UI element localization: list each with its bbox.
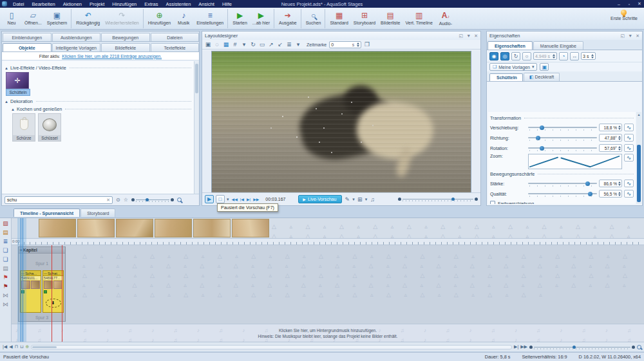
undo-button[interactable]: ↶ Rückgängig <box>71 9 102 28</box>
gap-icon[interactable]: ⋈ <box>3 301 8 308</box>
menu-item[interactable]: Extras <box>141 1 161 8</box>
timeline-clip[interactable]: Schat... 5469177... <box>43 270 64 313</box>
play-options-dropdown-icon[interactable] <box>227 196 229 202</box>
search-button[interactable]: ○ Suchen <box>301 9 324 28</box>
tab-eigenschaften[interactable]: Eigenschaften <box>488 41 533 50</box>
slider-track[interactable] <box>528 145 597 151</box>
raster-dropdown-icon[interactable]: ▾ <box>241 41 247 48</box>
tab-ausblendungen[interactable]: Ausblendungen <box>52 33 101 41</box>
collapse-icon[interactable]: ⊓ <box>15 344 18 349</box>
video-preview[interactable] <box>211 51 471 193</box>
section-bewegungsunschaerfe[interactable]: Bewegungsunschärfe <box>490 171 634 177</box>
tab-dateien[interactable]: Dateien <box>151 33 200 41</box>
music-track[interactable]: ♪ ♫ ♪ ♫ ♪ ♫ ♪ ♫ ♪ ♫ ♪ ♫ ♪ ♫ ♪ ♫ ♪ ♫ ♪ ♫ … <box>12 324 644 342</box>
menu-item[interactable]: Aktionen <box>60 1 85 8</box>
menu-item[interactable]: Bearbeiten <box>29 1 59 8</box>
tab-timeline[interactable]: Timeline - Spurenansicht <box>14 208 80 217</box>
slider-track[interactable] <box>528 191 597 197</box>
tab-einblendungen[interactable]: Einblendungen <box>3 33 52 41</box>
menu-item[interactable]: Projekt <box>86 1 108 8</box>
next-icon[interactable]: ▶| <box>246 197 251 201</box>
mask-icon[interactable]: ◌ <box>214 41 220 48</box>
section-live-effects[interactable]: ▲ Live-Effekte / Video-Effekte <box>5 65 191 71</box>
playhead-line[interactable] <box>23 218 23 342</box>
value-field[interactable]: 47,88° <box>599 134 622 142</box>
preview-eye-icon[interactable]: ⊙ <box>116 197 120 203</box>
tab-storyboard[interactable]: Storyboard <box>80 208 115 217</box>
value-field[interactable]: 57,69° <box>599 144 622 152</box>
tab-schuetteln[interactable]: Schütteln <box>489 73 523 81</box>
view-standard-button[interactable]: ▦ Standard <box>325 9 350 28</box>
zeitmarke-input[interactable]: 0 s <box>329 41 361 48</box>
slider-track[interactable] <box>528 135 597 141</box>
filmstrip-frame[interactable] <box>77 219 115 237</box>
expand-icon[interactable]: ⊔ <box>20 344 23 349</box>
effect-item-schuetteln[interactable]: ✛ Schütteln <box>6 72 30 96</box>
toolbox-scrollbar[interactable] <box>194 61 199 194</box>
start-button[interactable]: ▶ Starten <box>227 9 250 28</box>
favorites-star-icon[interactable]: ☆ <box>124 197 128 203</box>
live-vorschau-button[interactable]: Live-Vorschau <box>298 195 342 203</box>
goto-start-icon[interactable]: |◀ <box>3 344 7 349</box>
dock-panel-icon[interactable] <box>466 33 471 39</box>
previous-icon[interactable]: |◀ <box>240 197 245 201</box>
preset-dropdown[interactable]: Meine Vorlagen <box>489 63 537 71</box>
properties-scrollbar[interactable]: ▲ <box>636 112 641 204</box>
erste-schritte-button[interactable]: Erste Schritte <box>608 9 640 21</box>
curve-button[interactable] <box>624 134 634 142</box>
tab-texteffekte[interactable]: Texteffekte <box>151 43 200 51</box>
interval-field[interactable]: 3 s <box>581 52 596 60</box>
timeline-filmstrip[interactable]: △ ▵ △ ▵ △ ▵ △ ▵ △ ▵ △ ▵ △ ▵ △ ▵ △ ▵ △ ▵ … <box>12 218 644 239</box>
reset-icon[interactable] <box>511 52 520 60</box>
slider-handle[interactable] <box>588 192 592 196</box>
loop-toggle-icon[interactable] <box>500 52 509 60</box>
copy-icon[interactable]: ❏ <box>3 256 8 263</box>
section-transformation[interactable]: Transformation <box>490 115 634 121</box>
circle-icon[interactable] <box>522 52 531 60</box>
arrange-down-icon[interactable]: ↙ <box>277 41 283 48</box>
link-icon[interactable]: ⊕ <box>26 344 30 349</box>
duplicate-icon[interactable]: ❏ <box>3 247 8 254</box>
timeline-ruler[interactable]: 0:00 <box>12 239 644 245</box>
filmstrip-frame[interactable] <box>155 219 192 237</box>
grid-icon[interactable]: ▦ <box>223 41 229 48</box>
spacing-icon[interactable] <box>570 52 579 60</box>
slider-handle[interactable] <box>540 146 544 151</box>
menu-item[interactable]: Datei <box>10 1 28 8</box>
band-icon[interactable]: ▤ <box>3 265 8 272</box>
start-from-here-button[interactable]: ▶ ...ab hier <box>250 9 272 28</box>
bounds-icon[interactable]: ▣ <box>205 41 211 48</box>
section-kochen[interactable]: ▲ Kochen und genießen <box>11 106 191 112</box>
view-storyboard-button[interactable]: ⊞ Storyboard <box>351 9 378 28</box>
float-panel-icon[interactable] <box>621 33 625 39</box>
section-dekoration[interactable]: ▲ Dekoration <box>5 98 191 104</box>
layout-list-icon[interactable]: ≣ <box>286 41 292 48</box>
close-panel-icon[interactable] <box>474 33 478 39</box>
slider-handle[interactable] <box>585 181 590 186</box>
add-button[interactable]: ⊕ Hinzufügen <box>143 9 173 28</box>
rotate-icon[interactable]: ↻ <box>250 41 256 48</box>
tab-bewegungen[interactable]: Bewegungen <box>101 33 150 41</box>
curve-button[interactable] <box>624 154 634 162</box>
step-forward-icon[interactable]: ▶| <box>514 344 518 349</box>
slider-track[interactable] <box>528 181 597 187</box>
flag-icon[interactable]: ⚑ <box>3 274 8 281</box>
filmstrip-frame[interactable] <box>193 219 231 237</box>
timing-icon[interactable] <box>559 52 568 60</box>
preview-audio-icon[interactable]: ♫ <box>369 196 375 203</box>
filmstrip-frame[interactable] <box>232 219 269 237</box>
show-all-entries-link[interactable]: Klicken Sie hier, um alle 2218 Einträge … <box>62 54 162 59</box>
rewind-icon[interactable]: ◀◀ <box>231 197 238 201</box>
search-magnifier-icon[interactable] <box>177 198 182 202</box>
menu-item[interactable]: Ansicht <box>195 1 218 8</box>
arrange-up-icon[interactable]: ↗ <box>268 41 274 48</box>
filmstrip-frame[interactable] <box>39 219 76 237</box>
timeline-magnifier-icon[interactable] <box>637 345 641 349</box>
view-vertical-timeline-button[interactable]: ▥ Vert. Timeline <box>402 9 435 28</box>
redo-button[interactable]: ↷ Wiederherstellen <box>102 9 142 28</box>
flag2-icon[interactable]: ⚑ <box>3 283 8 290</box>
duration-field[interactable]: 4.949 s <box>533 52 557 60</box>
goto-end-icon[interactable]: ▶▶ <box>520 344 527 349</box>
curve-button[interactable] <box>624 144 634 152</box>
search-input[interactable]: schu ✕ <box>5 196 113 204</box>
